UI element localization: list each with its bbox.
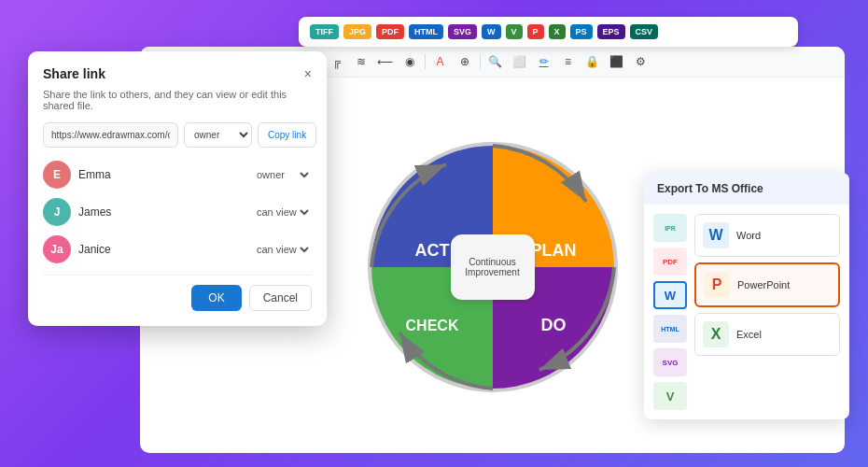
close-icon[interactable]: × [304, 67, 312, 80]
svg-badge[interactable]: SVG [448, 24, 477, 39]
html-badge[interactable]: HTML [409, 24, 443, 39]
eps-badge[interactable]: EPS [597, 24, 625, 39]
share-link-row: owner can view can edit Copy link [43, 122, 312, 148]
pdca-diagram: ACT PLAN CHECK DO Continuous Improvement [353, 127, 633, 407]
james-avatar: J [43, 198, 71, 226]
jpg-badge[interactable]: JPG [343, 24, 371, 39]
powerpoint-icon: P [704, 272, 730, 298]
export-item-powerpoint[interactable]: P PowerPoint [694, 262, 840, 307]
ps-badge[interactable]: PS [570, 24, 593, 39]
share-dialog: Share link × Share the link to others, a… [28, 51, 327, 326]
powerpoint-label: PowerPoint [737, 279, 790, 290]
word-icon: W [703, 222, 729, 248]
word-badge[interactable]: W [482, 24, 501, 39]
export-panel: Export To MS Office IPR PDF W HTML SVG V… [644, 173, 849, 419]
user-row-janice: Ja Janice owner can view [43, 235, 312, 263]
word-label: Word [736, 230, 761, 241]
pdca-center-line2: Improvement [465, 267, 519, 277]
tool-zoom[interactable]: 🔍 [484, 50, 507, 73]
james-role-select[interactable]: owner can view [253, 205, 312, 219]
export-icon-visio[interactable]: V [653, 382, 687, 410]
link-role-select[interactable]: owner can view can edit [184, 122, 252, 148]
tool-rect[interactable]: ⬜ [509, 50, 531, 73]
export-left-icons: IPR PDF W HTML SVG V [653, 214, 687, 410]
janice-avatar: Ja [43, 235, 71, 263]
tool-lock[interactable]: 🔒 [581, 50, 604, 73]
export-icon-pdf[interactable]: PDF [653, 248, 687, 276]
tool-circle[interactable]: ◉ [399, 50, 421, 73]
export-icon-ipr[interactable]: IPR [653, 214, 687, 242]
tool-frame[interactable]: ╔ [326, 50, 348, 73]
janice-role-select[interactable]: owner can view [253, 243, 312, 256]
emma-avatar: E [43, 161, 71, 189]
toolbar-arrow: ← [795, 21, 814, 42]
user-row-emma: E Emma owner can view [43, 161, 312, 189]
export-items-list: W Word P PowerPoint X Excel [694, 214, 840, 410]
export-panel-header: Export To MS Office [644, 173, 849, 205]
export-icon-word[interactable]: W [653, 281, 687, 309]
format-toolbar: TIFF JPG PDF HTML SVG W V P X PS EPS CSV [299, 17, 798, 47]
tool-settings[interactable]: ⚙ [630, 50, 652, 73]
export-item-excel[interactable]: X Excel [694, 313, 840, 356]
pdf-badge[interactable]: PDF [376, 24, 404, 39]
tool-fill[interactable]: ⬛ [606, 50, 628, 73]
share-dialog-header: Share link × [43, 66, 312, 81]
visio-badge[interactable]: V [506, 24, 523, 39]
share-dialog-description: Share the link to others, and they can v… [43, 89, 312, 111]
tool-back[interactable]: ⟵ [374, 50, 397, 73]
share-link-input[interactable] [43, 122, 178, 148]
ok-button[interactable]: OK [191, 285, 241, 311]
divider-1 [425, 54, 426, 69]
export-icon-html[interactable]: HTML [653, 315, 687, 343]
excel-label: Excel [736, 329, 762, 340]
svg-text:DO: DO [540, 316, 566, 334]
export-panel-body: IPR PDF W HTML SVG V W Word P PowerPoint… [644, 205, 849, 419]
tool-waves[interactable]: ≋ [350, 50, 372, 73]
user-row-james: J James owner can view [43, 198, 312, 226]
tool-pen[interactable]: ✏ [533, 50, 555, 73]
svg-text:PLAN: PLAN [530, 241, 576, 260]
tiff-badge[interactable]: TIFF [310, 24, 339, 39]
svg-text:CHECK: CHECK [405, 318, 458, 333]
export-item-word[interactable]: W Word [694, 214, 840, 257]
share-dialog-title: Share link [43, 66, 105, 81]
share-dialog-footer: OK Cancel [43, 275, 312, 311]
cancel-button[interactable]: Cancel [249, 285, 312, 311]
svg-text:ACT: ACT [414, 241, 449, 260]
copy-link-button[interactable]: Copy link [258, 122, 316, 148]
james-name: James [78, 205, 245, 219]
csv-badge[interactable]: CSV [630, 24, 659, 39]
tool-color[interactable]: A [429, 50, 452, 73]
pdca-center-line1: Continuous [469, 257, 516, 267]
emma-role-select[interactable]: owner can view [253, 168, 312, 181]
tool-connect[interactable]: ⊕ [454, 50, 476, 73]
divider-2 [480, 54, 481, 69]
emma-name: Emma [78, 168, 245, 181]
janice-name: Janice [78, 243, 245, 256]
excel-icon: X [703, 321, 729, 347]
ppt-badge[interactable]: P [527, 24, 544, 39]
export-icon-svg[interactable]: SVG [653, 348, 687, 376]
excel-badge[interactable]: X [549, 24, 566, 39]
pdca-center-label: Continuous Improvement [451, 234, 535, 300]
tool-list[interactable]: ≡ [557, 50, 580, 73]
